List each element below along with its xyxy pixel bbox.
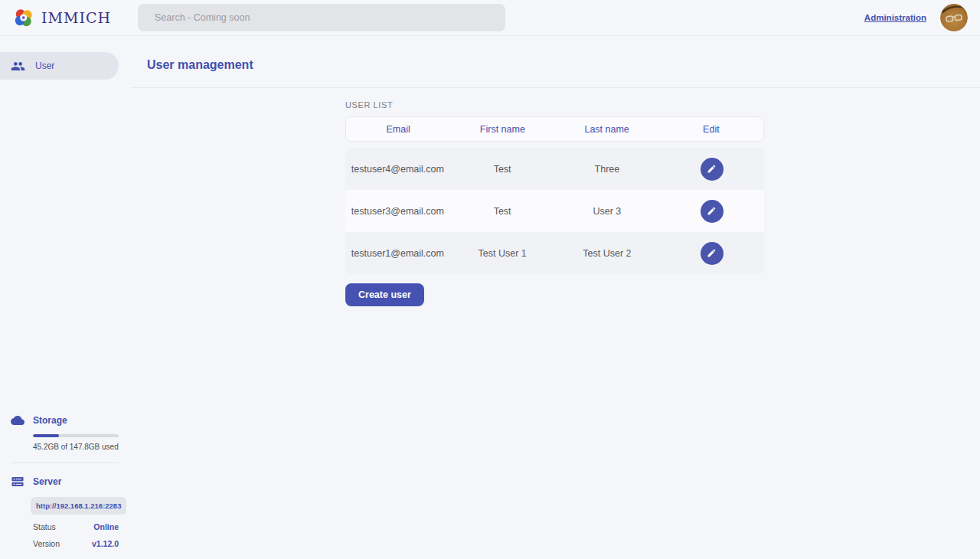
sidebar-item-label: User [35, 60, 54, 71]
cell-first-name: Test [450, 164, 555, 175]
cell-email: testuser3@email.com [345, 206, 450, 217]
edit-user-button[interactable] [701, 242, 724, 265]
storage-progress-bar [33, 434, 119, 437]
app-header: IMMICH Administration [0, 0, 980, 36]
server-title: Server [33, 476, 61, 487]
app-name: IMMICH [41, 9, 111, 26]
title-bar: User management [131, 36, 980, 88]
storage-usage-text: 45.2GB of 147.8GB used [33, 443, 119, 451]
server-status-label: Status [33, 522, 56, 531]
table-row: testuser1@email.com Test User 1 Test Use… [345, 232, 764, 274]
user-table-body: testuser4@email.com Test Three testuser3… [345, 148, 764, 274]
users-icon [11, 59, 25, 74]
storage-title: Storage [33, 415, 67, 426]
user-list-label: USER LIST [345, 100, 764, 110]
search-input[interactable] [138, 4, 505, 31]
cell-last-name: Three [555, 164, 660, 175]
pencil-icon [707, 206, 717, 216]
cell-last-name: Test User 2 [555, 248, 660, 259]
column-header: Last name [555, 124, 659, 135]
main-content: User management USER LIST EmailFirst nam… [131, 36, 980, 559]
pencil-icon [707, 164, 717, 174]
server-status-value: Online [93, 522, 119, 531]
column-header: Edit [659, 124, 763, 135]
cell-last-name: User 3 [555, 206, 660, 217]
user-table-header: EmailFirst nameLast nameEdit [345, 116, 764, 142]
table-row: testuser4@email.com Test Three [345, 148, 764, 190]
sidebar: User Storage 45.2GB of 147.8GB used [0, 36, 131, 559]
edit-user-button[interactable] [701, 200, 724, 223]
user-avatar[interactable] [940, 4, 968, 31]
sidebar-divider [11, 463, 119, 463]
storage-progress-fill [33, 434, 59, 437]
sidebar-nav: User [0, 52, 131, 80]
sidebar-item-user[interactable]: User [0, 52, 119, 80]
administration-link[interactable]: Administration [864, 13, 926, 22]
column-header: Email [346, 124, 450, 135]
server-version-value: v1.12.0 [92, 539, 119, 548]
server-url-chip: http://192.168.1.216:2283 [31, 497, 126, 515]
cloud-icon [11, 414, 24, 427]
cell-email: testuser4@email.com [345, 164, 450, 175]
page-title: User management [147, 58, 980, 72]
cell-first-name: Test [450, 206, 555, 217]
cell-first-name: Test User 1 [450, 248, 555, 259]
pencil-icon [707, 248, 717, 258]
column-header: First name [450, 124, 554, 135]
server-icon [11, 475, 24, 489]
edit-user-button[interactable] [701, 158, 724, 181]
server-version-label: Version [33, 539, 60, 548]
create-user-button[interactable]: Create user [345, 283, 424, 306]
sidebar-footer: Storage 45.2GB of 147.8GB used [0, 414, 131, 559]
immich-flower-logo-icon [13, 7, 34, 28]
cell-email: testuser1@email.com [345, 248, 450, 259]
app-logo[interactable]: IMMICH [0, 7, 138, 28]
table-row: testuser3@email.com Test User 3 [345, 190, 764, 232]
